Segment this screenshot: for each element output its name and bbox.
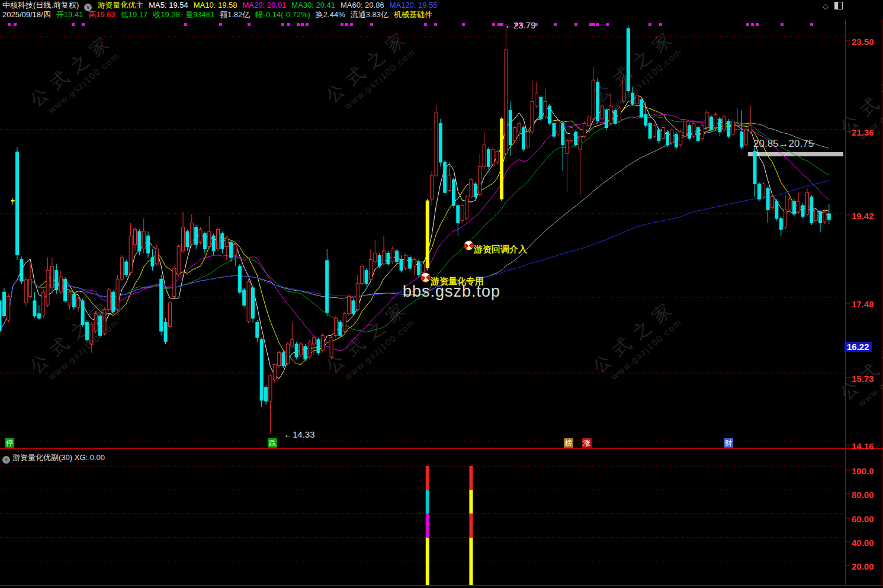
ma-label: MA20: 20.01 [243,1,287,9]
app-window: 中核科技(日线.前复权)∨游资量化优主MA5: 19.54MA10: 19.58… [0,0,883,588]
signal-dot [592,23,595,26]
signal-dot [434,23,437,26]
sub-axis-label: 80.00 [852,490,874,500]
ma-label: MA60: 20.86 [341,1,384,9]
signal-dot [554,23,557,26]
xg-value: XG: 0.00 [75,453,105,462]
price-axis-label: 23.50 [852,37,874,47]
signal-dot [297,23,300,26]
signal-dot [350,23,353,26]
signal-dot [746,23,749,26]
info-field: 高19.63 [88,10,115,19]
signal-dot [287,23,290,26]
info-field: 机械基础件 [394,10,432,19]
signal-dot [462,23,465,26]
signal-dot [82,23,85,26]
signal-dot [648,23,651,26]
signal-dot [8,23,11,26]
sub-indicator-name[interactable]: 游资量化优副(30) [12,453,72,462]
sub-axis-label: 40.00 [852,538,874,548]
sub-axis-label: 100.0 [852,466,874,476]
sub-axis-label: 20.00 [852,561,874,571]
ma-label: MA5: 19.54 [149,1,188,9]
info-field: 低19.17 [121,10,148,19]
signal-dot [306,23,309,26]
price-axis-label: 15.73 [852,374,874,384]
signal-dot [370,23,373,26]
main-indicator-name[interactable]: 游资量化优主 [97,1,143,9]
info-field: 量93481 [185,10,214,19]
price-axis-label: 17.48 [852,299,874,309]
info-field: 开19.41 [56,10,84,19]
signal-dot [341,23,343,26]
signal-dot [281,23,284,26]
signal-dot [497,23,500,26]
window-controls: ◇ [823,2,843,11]
signal-dot [515,23,518,26]
main-plot-area[interactable] [0,28,845,446]
info-field: 收19.28 [153,10,180,19]
stock-title: 中核科技(日线.前复权) [2,1,79,9]
signal-dot [659,23,662,26]
signal-dot [574,23,577,26]
info-field: 流通3.83亿 [351,10,388,19]
ma-label: MA30: 20.41 [291,1,335,9]
signal-dot [492,23,495,26]
sub-indicator-header: ∨游资量化优副(30) XG: 0.00 [2,452,105,464]
signal-dot [248,23,251,26]
info-field: 额1.82亿 [220,10,250,19]
signal-dot [589,23,592,26]
signal-dot [606,23,609,26]
signal-dot [301,23,304,26]
trade-date: 2025/09/18/四 [2,10,51,19]
signal-dot [781,23,784,26]
signal-dot [184,23,187,26]
ma-label: MA120: 19.55 [390,1,438,9]
panel-layout-icon[interactable] [834,2,843,9]
signal-dot [756,23,759,26]
signal-dot [810,23,813,26]
signal-dot [424,23,427,26]
sub-axis-label: 60.00 [852,514,874,524]
price-axis-label: 21.36 [852,127,874,137]
sub-plot-area[interactable] [0,463,845,585]
signal-dot [345,23,348,26]
ma-value-labels: MA5: 19.54MA10: 19.58MA20: 20.01MA30: 20… [149,1,442,9]
price-axis-label: 14.16 [852,441,874,451]
signal-dot [14,23,17,26]
ohlc-fields: 开19.41高19.63低19.17收19.28量93481额1.82亿幅-0.… [56,10,438,19]
price-axis-label: 19.42 [852,211,874,221]
signal-dot [72,23,75,26]
current-price-marker: 16.22 [845,342,872,352]
signal-dot [520,23,523,26]
signal-dot [535,23,538,26]
signal-dot [219,23,222,26]
diamond-icon[interactable]: ◇ [823,2,829,11]
info-bar: 2025/09/18/四开19.41高19.63低19.17收19.28量934… [2,10,443,20]
ma-label: MA10: 19.58 [194,1,237,9]
info-field: 幅-0.14(-0.72%) [255,10,310,19]
signal-dot [500,23,503,26]
signal-dot [751,23,754,26]
signal-dot [596,23,599,26]
info-field: 换2.44% [316,10,345,19]
